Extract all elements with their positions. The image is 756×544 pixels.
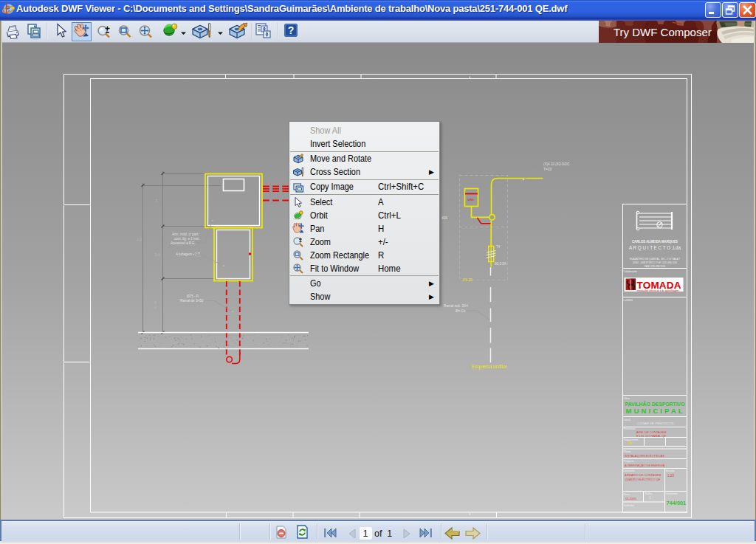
svg-text:of 1: of 1	[374, 528, 392, 539]
svg-text:RUA ANTERO DE QUENTAL, 593 - 1: RUA ANTERO DE QUENTAL, 593 - 1º Dº SALA …	[630, 258, 680, 261]
svg-text:ARMÁRIO DE CONTAGEM: ARMÁRIO DE CONTAGEM	[625, 473, 661, 477]
svg-text:Ramal de 3×50: Ramal de 3×50	[180, 299, 204, 303]
svg-text:Desenho: Desenho	[666, 492, 677, 495]
svg-text:1.2: 1.2	[137, 237, 142, 241]
svg-text:Plano: Plano	[624, 450, 631, 453]
svg-text:T4: T4	[496, 245, 501, 249]
svg-text:cont. lig. e 1 inst.: cont. lig. e 1 inst.	[174, 237, 199, 241]
svg-text:40A: 40A	[441, 216, 448, 220]
svg-text:Local: Local	[624, 419, 630, 421]
svg-text:Requerente: Requerente	[624, 438, 639, 441]
svg-text:Processo: Processo	[624, 427, 636, 430]
svg-text:T=C0: T=C0	[543, 168, 552, 171]
svg-text:A R Q U I T E C T O ,Lda: A R Q U I T E C T O ,Lda	[629, 245, 681, 251]
svg-text:MUNICIPAL: MUNICIPAL	[626, 407, 683, 415]
svg-text:Ø=.Co: Ø=.Co	[456, 309, 466, 313]
svg-text:kWh: kWh	[468, 198, 475, 202]
svg-text:Projecto: Projecto	[624, 460, 634, 463]
svg-text:60;3 5A: 60;3 5A	[495, 262, 507, 266]
svg-text:L=0000: L=0000	[623, 299, 633, 302]
svg-text:FAX 225 090 516: FAX 225 090 516	[645, 265, 665, 268]
svg-text:(X)4 10 (X2-S/2C: (X)4 10 (X2-S/2C	[543, 162, 570, 166]
svg-text:1: 1	[363, 528, 368, 539]
svg-text:1:20: 1:20	[667, 474, 674, 478]
svg-text:Esquema unifilar: Esquema unifilar	[472, 364, 507, 370]
svg-text:25º: 25º	[628, 441, 633, 445]
svg-text:instalações eléctricas e de ap: instalações eléctricas e de aparelhagem	[637, 289, 679, 292]
svg-text:Data: Data	[624, 493, 630, 496]
svg-text:4200 - 068 PORTO TLF: 225 090: 4200 - 068 PORTO TLF: 225 090 516	[633, 261, 677, 264]
svg-text:QUADRO ELÉCTRICO QE: QUADRO ELÉCTRICO QE	[625, 478, 661, 481]
svg-text:ARM. DE CONTAGEM: ARM. DE CONTAGEM	[636, 430, 667, 434]
svg-text:INSTALAÇÕES ELÉCTRICAS: INSTALAÇÕES ELÉCTRICAS	[625, 454, 664, 458]
svg-text:Arm. mód. c/ part.: Arm. mód. c/ part.	[172, 233, 199, 236]
svg-text:Substitui: Substitui	[624, 504, 635, 507]
svg-text:Desenho: Desenho	[624, 469, 635, 472]
svg-text:ALIMENTAÇÃO DE ENERGIA: ALIMENTAÇÃO DE ENERGIA	[625, 464, 664, 467]
svg-text:Acessível à R.E.: Acessível à R.E.	[171, 241, 196, 245]
svg-text:?: ?	[288, 24, 295, 36]
svg-text:Ø75 - R: Ø75 - R	[187, 295, 199, 298]
svg-text:CARLOS ALMEIDA MARQUES: CARLOS ALMEIDA MARQUES	[632, 238, 678, 244]
svg-text:1: 1	[649, 495, 651, 500]
svg-text:E LIG. DO RAMAL QE: E LIG. DO RAMAL QE	[636, 434, 666, 438]
svg-text:Obra: Obra	[624, 397, 630, 400]
svg-text:Ramal sub. 3X4: Ramal sub. 3X4	[444, 304, 468, 308]
svg-text:0.6: 0.6	[155, 252, 160, 257]
svg-text:LUGAR DE PENOUCOS: LUGAR DE PENOUCOS	[638, 421, 674, 425]
svg-text:≈˅ △: ≈˅ △	[218, 277, 226, 281]
svg-text:7.: 7.	[155, 199, 158, 203]
svg-text:P4 20: P4 20	[463, 278, 472, 282]
svg-text:Colaborador: Colaborador	[624, 270, 639, 273]
svg-text:05-2005: 05-2005	[625, 497, 636, 500]
svg-text:2: 2	[154, 305, 157, 309]
svg-text:Escala: Escala	[666, 469, 675, 472]
svg-text:744/001: 744/001	[667, 500, 687, 506]
